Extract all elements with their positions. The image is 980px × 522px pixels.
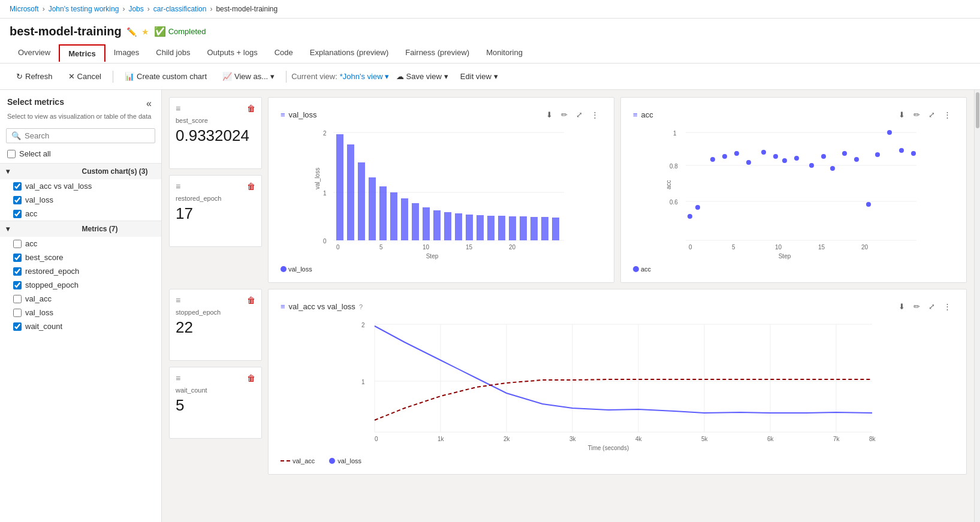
custom-item-acc[interactable]: acc ••• xyxy=(0,207,161,221)
view-name[interactable]: *John's view ▾ xyxy=(340,72,389,81)
custom-charts-label: Custom chart(s) (3) xyxy=(82,167,156,176)
refresh-button[interactable]: ↻ Refresh xyxy=(10,68,59,85)
page-header: best-model-training ✏️ ★ ✅ Completed Ove… xyxy=(0,19,980,64)
metric-item-val-acc[interactable]: val_acc xyxy=(0,292,161,306)
breadcrumb-microsoft[interactable]: Microsoft xyxy=(10,5,39,13)
custom-charts-section[interactable]: ▾ Custom chart(s) (3) xyxy=(0,163,161,179)
toolbar-separator-1 xyxy=(113,71,113,83)
metric-stopped-epoch-checkbox[interactable] xyxy=(13,281,22,289)
acc-edit[interactable]: ✏ xyxy=(910,108,923,121)
metric-val-acc-checkbox[interactable] xyxy=(13,295,22,303)
breadcrumb-testing[interactable]: John's testing working xyxy=(49,5,119,13)
val-loss-edit[interactable]: ✏ xyxy=(558,108,571,121)
tab-outputs-logs[interactable]: Outputs + logs xyxy=(198,43,266,63)
tabs: Overview Metrics Images Child jobs Outpu… xyxy=(10,43,970,63)
tab-monitoring[interactable]: Monitoring xyxy=(478,43,531,63)
metric-item-wait-count[interactable]: wait_count xyxy=(0,319,161,333)
drag-handle-2[interactable]: ≡ xyxy=(176,182,180,191)
svg-rect-17 xyxy=(487,216,494,240)
tab-explanations[interactable]: Explanations (preview) xyxy=(301,43,397,63)
save-view-button[interactable]: ☁ Save view ▾ xyxy=(391,69,453,84)
val-acc-more[interactable]: ⋮ xyxy=(940,300,954,313)
metric-item-restored-epoch[interactable]: restored_epoch xyxy=(0,264,161,278)
tab-images[interactable]: Images xyxy=(105,43,148,63)
breadcrumb-car-class[interactable]: car-classification xyxy=(153,5,207,13)
custom-item-val-acc-val-loss[interactable]: val_acc vs val_loss ••• xyxy=(0,179,161,193)
right-scrollbar[interactable] xyxy=(974,90,980,522)
val-acc-download[interactable]: ⬇ xyxy=(895,300,908,313)
tab-overview[interactable]: Overview xyxy=(10,43,59,63)
svg-text:20: 20 xyxy=(861,244,869,251)
delete-card-2[interactable]: 🗑 xyxy=(247,182,255,191)
cancel-button[interactable]: ✕ Cancel xyxy=(62,68,108,85)
val-loss-download[interactable]: ⬇ xyxy=(543,108,556,121)
val-acc-expand[interactable]: ⤢ xyxy=(925,300,938,313)
svg-text:1k: 1k xyxy=(438,436,445,442)
collapse-sidebar-button[interactable]: « xyxy=(144,97,154,110)
acc-expand[interactable]: ⤢ xyxy=(925,108,938,121)
metric-item-val-loss[interactable]: val_loss xyxy=(0,306,161,319)
svg-rect-18 xyxy=(498,216,505,240)
favorite-icon[interactable]: ★ xyxy=(141,27,149,37)
drag-handle-1[interactable]: ≡ xyxy=(176,104,180,113)
edit-title-icon[interactable]: ✏️ xyxy=(126,27,137,37)
select-all-label[interactable]: Select all xyxy=(19,149,51,158)
val-loss-more[interactable]: ⋮ xyxy=(588,108,602,121)
view-as-button[interactable]: 📈 View as... ▾ xyxy=(216,68,281,85)
delete-card-3[interactable]: 🗑 xyxy=(247,295,255,305)
delete-card-1[interactable]: 🗑 xyxy=(247,104,255,113)
svg-point-47 xyxy=(794,156,799,161)
metric-val-loss-checkbox[interactable] xyxy=(13,309,22,317)
cloud-icon: ☁ xyxy=(396,72,404,81)
svg-rect-5 xyxy=(358,162,365,240)
svg-text:acc: acc xyxy=(665,180,672,189)
metric-item-stopped-epoch[interactable]: stopped_epoch xyxy=(0,278,161,292)
stopped-epoch-label: stopped_epoch xyxy=(176,309,255,316)
acc-more[interactable]: ⋮ xyxy=(940,108,954,121)
custom-item-3-checkbox[interactable] xyxy=(13,210,22,218)
status-dot: ✅ xyxy=(154,26,166,37)
svg-rect-14 xyxy=(455,213,462,240)
status-badge: ✅ Completed xyxy=(154,26,206,37)
metric-restored-epoch-checkbox[interactable] xyxy=(13,267,22,276)
select-all-checkbox[interactable] xyxy=(7,150,16,158)
metric-best-score-checkbox[interactable] xyxy=(13,254,22,262)
val-acc-edit[interactable]: ✏ xyxy=(910,300,923,313)
search-input[interactable] xyxy=(25,131,150,140)
scrollbar-thumb[interactable] xyxy=(976,92,979,128)
restored-epoch-label: restored_epoch xyxy=(176,195,255,202)
metric-item-acc[interactable]: acc xyxy=(0,237,161,251)
drag-handle-3[interactable]: ≡ xyxy=(176,295,180,305)
svg-text:4k: 4k xyxy=(635,436,643,442)
acc-download[interactable]: ⬇ xyxy=(895,108,908,121)
metric-item-best-score[interactable]: best_score xyxy=(0,251,161,264)
tab-child-jobs[interactable]: Child jobs xyxy=(147,43,198,63)
svg-rect-12 xyxy=(433,210,441,240)
val-acc-chart-icon: ≡ xyxy=(281,302,285,311)
custom-item-2-checkbox[interactable] xyxy=(13,196,22,204)
custom-item-1-checkbox[interactable] xyxy=(13,182,22,191)
val-loss-expand[interactable]: ⤢ xyxy=(573,108,586,121)
create-chart-button[interactable]: 📊 Create custom chart xyxy=(118,68,213,85)
custom-item-val-loss[interactable]: val_loss ••• xyxy=(0,193,161,207)
metrics-section[interactable]: ▾ Metrics (7) xyxy=(0,221,161,237)
metric-wait-count-checkbox[interactable] xyxy=(13,322,22,331)
drag-handle-4[interactable]: ≡ xyxy=(176,373,180,383)
edit-view-button[interactable]: Edit view ▾ xyxy=(456,69,503,84)
svg-point-50 xyxy=(830,166,835,171)
delete-card-4[interactable]: 🗑 xyxy=(247,373,255,383)
acc-chart-icon: ≡ xyxy=(633,110,638,119)
metric-acc-checkbox[interactable] xyxy=(13,240,22,248)
view-name-text: *John's view xyxy=(340,72,383,81)
tab-metrics[interactable]: Metrics xyxy=(59,44,105,62)
svg-text:15: 15 xyxy=(818,244,825,251)
svg-rect-22 xyxy=(541,217,548,240)
acc-chart-title: acc xyxy=(641,110,653,119)
charts-area: ≡ 🗑 best_score 0.9332024 ≡ 🗑 restored_ep… xyxy=(162,90,974,522)
breadcrumb-sep-3: › xyxy=(147,5,150,13)
val-loss-legend-label: val_loss xyxy=(288,265,312,273)
val-acc-help-icon[interactable]: ? xyxy=(359,303,363,310)
tab-fairness[interactable]: Fairness (preview) xyxy=(397,43,478,63)
breadcrumb-jobs[interactable]: Jobs xyxy=(128,5,143,13)
tab-code[interactable]: Code xyxy=(266,43,301,63)
